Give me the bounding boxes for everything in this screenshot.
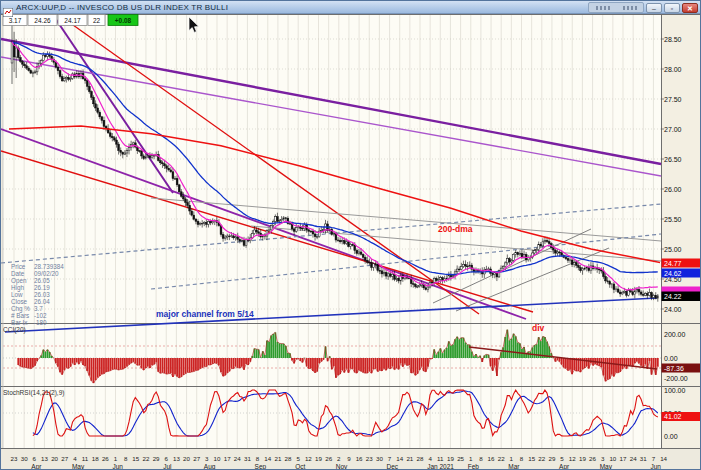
svg-text:Jun: Jun <box>650 463 661 470</box>
svg-text:-102: -102 <box>34 312 47 319</box>
svg-text:Close: Close <box>11 298 28 305</box>
svg-text:-200.00: -200.00 <box>664 375 688 382</box>
svg-text:2: 2 <box>337 455 341 462</box>
svg-text:31: 31 <box>640 455 647 462</box>
svg-text:26.04: 26.04 <box>34 298 50 305</box>
svg-text:Date: Date <box>11 270 25 277</box>
svg-text:Mar: Mar <box>508 463 520 470</box>
svg-text:27: 27 <box>61 455 68 462</box>
svg-text:28.50: 28.50 <box>664 36 682 43</box>
svg-text:May: May <box>600 463 613 470</box>
svg-text:10: 10 <box>214 455 221 462</box>
cci-badge: -87.36 <box>662 364 701 373</box>
svg-text:41.02: 41.02 <box>664 413 682 420</box>
stoch-pane-label: StochRSI(14,21(2),9) <box>3 389 64 397</box>
svg-text:27: 27 <box>193 455 200 462</box>
titlebar-toolbar[interactable] <box>588 2 644 13</box>
price-badge-last: 24.22 <box>662 292 701 302</box>
svg-text:26.19: 26.19 <box>34 284 50 291</box>
svg-text:Feb: Feb <box>468 463 480 470</box>
svg-text:8: 8 <box>124 455 128 462</box>
annotation-div: div <box>532 323 545 333</box>
svg-text:24: 24 <box>630 455 637 462</box>
price-badge-ma50: 24.62 <box>662 269 701 278</box>
svg-text:Sep: Sep <box>255 463 267 470</box>
svg-text:6: 6 <box>165 455 169 462</box>
svg-text:26: 26 <box>102 455 109 462</box>
svg-text:24.77: 24.77 <box>664 260 682 267</box>
svg-text:30: 30 <box>21 455 28 462</box>
svg-text:25.00: 25.00 <box>664 246 682 253</box>
svg-text:26.50: 26.50 <box>664 156 682 163</box>
window-title: ARCX:UUP,D -- INVESCO DB US DLR INDEX TR… <box>16 3 228 12</box>
svg-text:10: 10 <box>609 455 616 462</box>
stoch-badge: 41.02 <box>662 412 701 421</box>
svg-text:29: 29 <box>549 455 556 462</box>
svg-text:Jan 2021: Jan 2021 <box>427 463 454 470</box>
svg-text:23: 23 <box>366 455 373 462</box>
svg-text:28.00: 28.00 <box>664 66 682 73</box>
chart-window: ARCX:UUP,D -- INVESCO DB US DLR INDEX TR… <box>0 0 701 470</box>
svg-text:12: 12 <box>569 455 576 462</box>
svg-text:Bar Ix: Bar Ix <box>11 319 28 326</box>
svg-text:24.17: 24.17 <box>64 17 81 24</box>
quote-box-3: 24.17 <box>58 15 87 26</box>
svg-text:28: 28 <box>417 455 424 462</box>
svg-text:19: 19 <box>447 455 454 462</box>
svg-text:26.03: 26.03 <box>34 291 50 298</box>
svg-text:7: 7 <box>388 455 392 462</box>
svg-text:30: 30 <box>376 455 383 462</box>
svg-text:26.00: 26.00 <box>664 186 682 193</box>
svg-text:25: 25 <box>457 455 464 462</box>
svg-text:20: 20 <box>51 455 58 462</box>
svg-text:24.26: 24.26 <box>34 17 51 24</box>
svg-text:Oct: Oct <box>295 463 305 470</box>
svg-text:Apr: Apr <box>31 463 42 470</box>
price-badge-ma-fast <box>662 287 701 293</box>
svg-text:09/02/20: 09/02/20 <box>34 270 59 277</box>
svg-text:0.00: 0.00 <box>664 433 678 440</box>
svg-text:3.7: 3.7 <box>34 305 43 312</box>
svg-text:3.17: 3.17 <box>9 17 22 24</box>
svg-text:28.739384: 28.739384 <box>34 263 64 270</box>
titlebar[interactable]: ARCX:UUP,D -- INVESCO DB US DLR INDEX TR… <box>1 1 700 14</box>
chart-canvas[interactable]: 28.5028.0027.5027.0026.5026.0025.5025.00… <box>1 1 701 470</box>
svg-text:Aug: Aug <box>204 463 216 470</box>
svg-text:17: 17 <box>224 455 231 462</box>
svg-text:26: 26 <box>325 455 332 462</box>
svg-text:May: May <box>72 463 85 470</box>
svg-text:3: 3 <box>205 455 209 462</box>
svg-text:Jul: Jul <box>163 463 172 470</box>
svg-text:16: 16 <box>356 455 363 462</box>
svg-text:# Bars: # Bars <box>11 312 29 319</box>
close-button[interactable]: ✕ <box>682 3 698 13</box>
svg-text:8: 8 <box>520 455 524 462</box>
svg-text:Nov: Nov <box>336 463 348 470</box>
svg-text:Low: Low <box>11 291 23 298</box>
svg-text:6: 6 <box>33 455 37 462</box>
svg-text:19: 19 <box>315 455 322 462</box>
svg-text:8: 8 <box>256 455 260 462</box>
cci-pane-label: CCI(20) <box>3 326 26 334</box>
svg-text:15: 15 <box>132 455 139 462</box>
svg-text:11: 11 <box>437 455 444 462</box>
svg-text:26: 26 <box>589 455 596 462</box>
svg-text:13: 13 <box>173 455 180 462</box>
svg-text:Jun: Jun <box>113 463 124 470</box>
restore-button[interactable]: ▫ <box>664 3 680 13</box>
svg-text:200.00: 200.00 <box>664 331 686 338</box>
svg-text:9: 9 <box>347 455 351 462</box>
svg-text:24.00: 24.00 <box>664 306 682 313</box>
price-badge-ma200: 24.77 <box>662 259 701 268</box>
annotation-200dma: 200-dma <box>438 224 473 234</box>
price-axis-strip[interactable] <box>661 15 701 448</box>
app-icon <box>3 3 13 12</box>
svg-text:26.05: 26.05 <box>34 277 50 284</box>
svg-text:14: 14 <box>396 455 403 462</box>
svg-text:1: 1 <box>510 455 514 462</box>
svg-text:24.22: 24.22 <box>664 293 682 300</box>
svg-text:27.00: 27.00 <box>664 126 682 133</box>
minimize-button[interactable]: – <box>646 3 662 13</box>
quote-box-4: 22 <box>88 15 105 26</box>
svg-text:29: 29 <box>153 455 160 462</box>
